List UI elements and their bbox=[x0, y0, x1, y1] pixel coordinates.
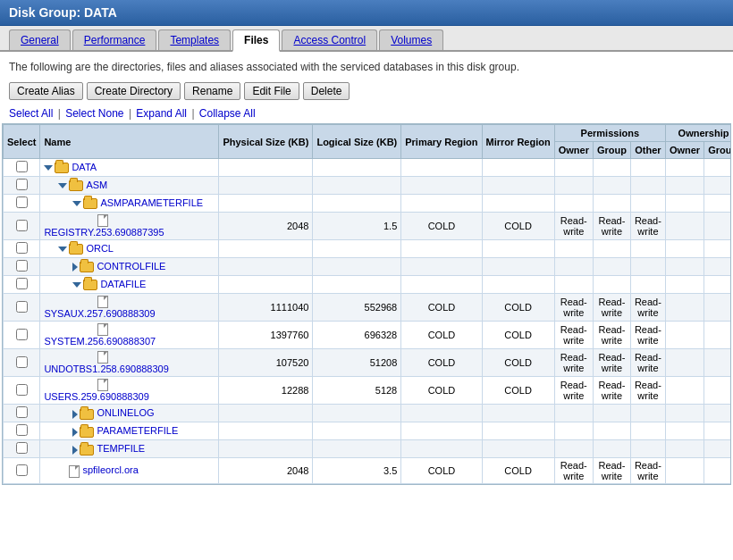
file-name-link[interactable]: REGISTRY.253.690887395 bbox=[44, 227, 164, 238]
perm-owner-cell bbox=[554, 440, 593, 458]
file-name-link[interactable]: ASM bbox=[86, 180, 107, 190]
row-checkbox[interactable] bbox=[16, 179, 28, 190]
row-checkbox[interactable] bbox=[16, 242, 28, 254]
own-group-cell bbox=[704, 159, 731, 177]
primary-region-cell: COLD bbox=[401, 322, 482, 349]
logical-size-cell bbox=[313, 405, 401, 422]
expand-right-icon[interactable] bbox=[72, 428, 78, 437]
perm-group-cell bbox=[593, 440, 630, 458]
row-checkbox[interactable] bbox=[16, 301, 28, 313]
create-directory-button[interactable]: Create Directory bbox=[87, 82, 181, 100]
perm-other-cell bbox=[630, 276, 665, 294]
folder-icon bbox=[80, 262, 94, 272]
own-owner-cell bbox=[665, 159, 704, 177]
perm-group-cell bbox=[593, 258, 630, 276]
mirror-region-cell bbox=[482, 177, 554, 195]
perm-owner-cell: Read-write bbox=[554, 322, 593, 349]
file-name-link[interactable]: DATAFILE bbox=[100, 279, 146, 289]
perm-group-cell bbox=[593, 240, 630, 258]
row-checkbox[interactable] bbox=[16, 406, 28, 418]
row-checkbox[interactable] bbox=[16, 260, 28, 272]
mirror-region-cell: COLD bbox=[482, 377, 554, 405]
expand-all-link[interactable]: Expand All bbox=[136, 107, 187, 120]
tab-files[interactable]: Files bbox=[232, 29, 280, 52]
expand-right-icon[interactable] bbox=[72, 446, 78, 455]
perm-group-cell: Read-write bbox=[593, 349, 630, 377]
physical-size-cell: 1397760 bbox=[219, 322, 313, 349]
own-owner-cell bbox=[665, 422, 704, 440]
primary-region-cell bbox=[401, 177, 482, 195]
own-group-cell bbox=[704, 458, 731, 484]
perm-owner-cell: Read-write bbox=[554, 458, 593, 484]
file-name-link[interactable]: TEMPFILE bbox=[97, 443, 145, 454]
perm-other-cell: Read-write bbox=[630, 377, 665, 405]
expand-down-icon[interactable] bbox=[72, 201, 81, 206]
logical-size-cell bbox=[313, 276, 401, 294]
expand-down-icon[interactable] bbox=[58, 183, 67, 188]
file-name-link[interactable]: CONTROLFILE bbox=[97, 261, 165, 272]
file-name-link[interactable]: ORCL bbox=[86, 243, 114, 254]
perm-group-cell: Read-write bbox=[593, 322, 630, 349]
delete-button[interactable]: Delete bbox=[303, 82, 350, 100]
file-name-link[interactable]: PARAMETERFILE bbox=[97, 425, 178, 436]
perm-other-cell bbox=[630, 159, 665, 177]
row-checkbox[interactable] bbox=[16, 220, 28, 231]
tab-access-control[interactable]: Access Control bbox=[282, 29, 377, 50]
own-group-cell bbox=[704, 440, 731, 458]
perm-owner-cell bbox=[554, 258, 593, 276]
expand-down-icon[interactable] bbox=[44, 165, 53, 171]
file-name-link[interactable]: DATA bbox=[72, 162, 97, 172]
col-header-perm-other: Other bbox=[630, 142, 665, 159]
own-group-cell bbox=[704, 276, 731, 294]
table-row: spfileorcl.ora20483.5COLDCOLDRead-writeR… bbox=[4, 458, 732, 484]
physical-size-cell bbox=[219, 195, 313, 213]
collapse-all-link[interactable]: Collapse All bbox=[199, 107, 256, 120]
row-checkbox[interactable] bbox=[16, 464, 28, 476]
tab-performance[interactable]: Performance bbox=[72, 29, 157, 50]
tab-volumes[interactable]: Volumes bbox=[379, 29, 443, 50]
expand-right-icon[interactable] bbox=[72, 263, 78, 272]
own-owner-cell bbox=[665, 458, 704, 484]
primary-region-cell bbox=[401, 440, 482, 458]
file-name-link[interactable]: ONLINELOG bbox=[97, 407, 154, 418]
file-name-link[interactable]: SYSAUX.257.690888309 bbox=[44, 308, 155, 319]
file-name-link[interactable]: spfileorcl.ora bbox=[82, 464, 138, 475]
mirror-region-cell: COLD bbox=[482, 458, 554, 484]
file-name-link[interactable]: ASMPARAMETERFILE bbox=[100, 197, 203, 208]
logical-size-cell: 3.5 bbox=[313, 458, 401, 484]
row-checkbox[interactable] bbox=[16, 278, 28, 289]
rename-button[interactable]: Rename bbox=[184, 82, 240, 100]
table-row: REGISTRY.253.69088739520481.5COLDCOLDRea… bbox=[4, 213, 732, 240]
logical-size-cell: 1.5 bbox=[313, 213, 401, 240]
perm-owner-cell bbox=[554, 240, 593, 258]
physical-size-cell: 2048 bbox=[219, 213, 313, 240]
row-checkbox[interactable] bbox=[16, 196, 28, 208]
tab-general[interactable]: General bbox=[9, 29, 71, 50]
create-alias-button[interactable]: Create Alias bbox=[9, 82, 83, 100]
row-checkbox[interactable] bbox=[16, 161, 28, 172]
edit-file-button[interactable]: Edit File bbox=[244, 82, 299, 100]
file-name-link[interactable]: SYSTEM.256.690888307 bbox=[44, 336, 156, 347]
perm-other-cell bbox=[630, 405, 665, 422]
own-owner-cell bbox=[665, 440, 704, 458]
row-checkbox[interactable] bbox=[16, 442, 28, 454]
tab-bar: General Performance Templates Files Acce… bbox=[0, 26, 733, 52]
file-name-link[interactable]: UNDOTBS1.258.690888309 bbox=[44, 364, 168, 374]
row-checkbox[interactable] bbox=[16, 424, 28, 436]
primary-region-cell: COLD bbox=[401, 458, 482, 484]
expand-right-icon[interactable] bbox=[72, 410, 78, 419]
expand-down-icon[interactable] bbox=[58, 247, 67, 252]
row-checkbox[interactable] bbox=[16, 356, 28, 368]
select-all-link[interactable]: Select All bbox=[9, 107, 53, 120]
table-row: ASMPARAMETERFILE bbox=[4, 195, 732, 213]
tab-templates[interactable]: Templates bbox=[158, 29, 231, 50]
file-name-link[interactable]: USERS.259.690888309 bbox=[44, 391, 148, 402]
logical-size-cell bbox=[313, 440, 401, 458]
row-checkbox[interactable] bbox=[16, 329, 28, 340]
perm-other-cell: Read-write bbox=[630, 213, 665, 240]
row-checkbox[interactable] bbox=[16, 384, 28, 396]
expand-down-icon[interactable] bbox=[72, 282, 81, 288]
folder-icon bbox=[83, 198, 97, 209]
select-none-link[interactable]: Select None bbox=[65, 107, 123, 120]
perm-group-cell: Read-write bbox=[593, 458, 630, 484]
